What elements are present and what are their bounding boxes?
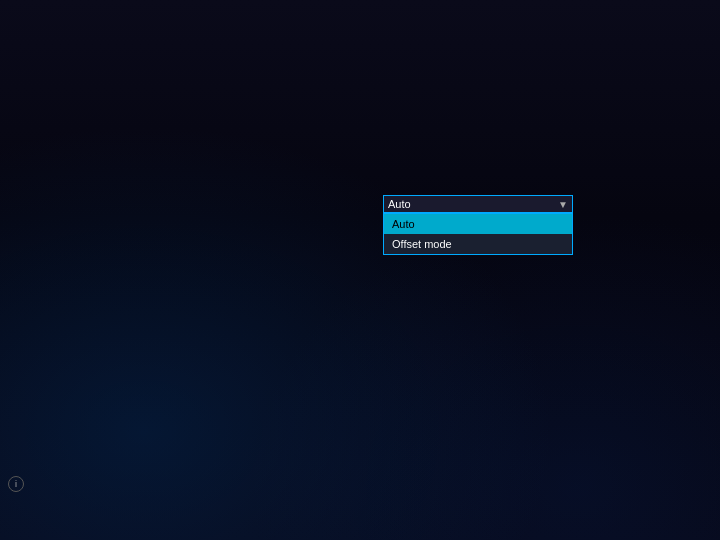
- vddcr-dropdown-container: Auto ▼ Auto Offset mode: [383, 195, 573, 213]
- info-icon[interactable]: i: [8, 476, 24, 492]
- dropdown-option-offset[interactable]: Offset mode: [384, 234, 572, 254]
- dropdown-option-auto[interactable]: Auto: [384, 214, 572, 234]
- vddcr-cpu-dropdown[interactable]: Auto ▼: [383, 195, 573, 213]
- vddcr-dropdown-popup: Auto Offset mode: [383, 213, 573, 255]
- chevron-down-icon: ▼: [558, 199, 568, 210]
